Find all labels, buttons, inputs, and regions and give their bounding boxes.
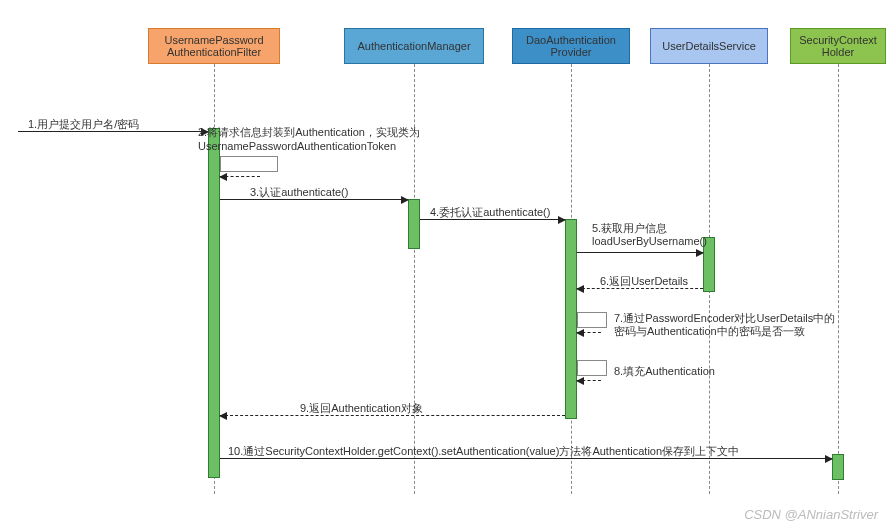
selfcall-m2	[220, 156, 278, 172]
label-m4: 4.委托认证authenticate()	[430, 205, 550, 220]
arrow-m8-return	[577, 380, 601, 381]
sequence-diagram: UsernamePassword AuthenticationFilter Au…	[0, 0, 892, 528]
lifeline-label: UsernamePassword AuthenticationFilter	[164, 34, 263, 58]
activation-provider	[565, 219, 577, 419]
label-m3: 3.认证authenticate()	[250, 185, 348, 200]
lifeline-provider: DaoAuthentication Provider	[512, 28, 630, 64]
label-m9: 9.返回Authentication对象	[300, 401, 423, 416]
label-m2: 2.将请求信息封装到Authentication，实现类为 UsernamePa…	[198, 125, 420, 153]
arrow-m7-return	[577, 332, 601, 333]
lifeline-label: UserDetailsService	[662, 40, 756, 52]
arrow-m2-return	[220, 176, 260, 177]
lifeline-manager: AuthenticationManager	[344, 28, 484, 64]
label-m6: 6.返回UserDetails	[600, 274, 688, 289]
lifeline-label: DaoAuthentication Provider	[526, 34, 616, 58]
arrow-m5	[577, 252, 703, 253]
lifeline-userdetailsservice: UserDetailsService	[650, 28, 768, 64]
selfcall-m7	[577, 312, 607, 328]
lifeline-label: AuthenticationManager	[357, 40, 470, 52]
label-m7: 7.通过PasswordEncoder对比UserDetails中的 密码与Au…	[614, 312, 835, 338]
lifeline-filter: UsernamePassword AuthenticationFilter	[148, 28, 280, 64]
lifeline-dash	[838, 64, 839, 494]
selfcall-m8	[577, 360, 607, 376]
label-m1: 1.用户提交用户名/密码	[28, 117, 139, 132]
activation-manager	[408, 199, 420, 249]
label-m10: 10.通过SecurityContextHolder.getContext().…	[228, 444, 739, 459]
lifeline-holder: SecurityContext Holder	[790, 28, 886, 64]
watermark-text: CSDN @ANnianStriver	[744, 507, 878, 522]
lifeline-label: SecurityContext Holder	[799, 34, 877, 58]
activation-holder	[832, 454, 844, 480]
label-m8: 8.填充Authentication	[614, 364, 715, 379]
label-m5: 5.获取用户信息 loadUserByUsername()	[592, 222, 707, 248]
